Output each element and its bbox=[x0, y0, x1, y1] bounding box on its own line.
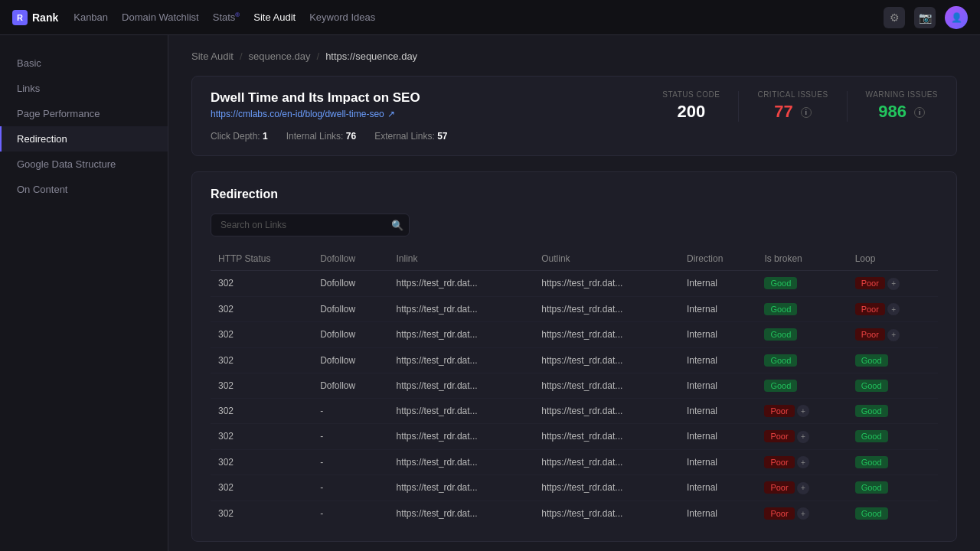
page-info: Dwell Time and Its Impact on SEO https:/… bbox=[211, 90, 420, 119]
cell-direction: Internal bbox=[679, 347, 756, 373]
is-broken-badge: Good bbox=[764, 277, 797, 289]
sidebar-item-basic[interactable]: Basic bbox=[0, 51, 168, 76]
cell-dofollow: Dofollow bbox=[312, 373, 388, 398]
cell-outlink[interactable]: https://test_rdr.dat... bbox=[534, 296, 679, 322]
loop-badge: Good bbox=[855, 430, 888, 442]
cell-is-broken: Good bbox=[756, 347, 847, 373]
topnav-site-audit[interactable]: Site Audit bbox=[253, 11, 296, 23]
cell-is-broken: Poor + bbox=[756, 475, 847, 501]
cell-loop: Good bbox=[848, 424, 938, 450]
sidebar-item-links[interactable]: Links bbox=[0, 76, 168, 101]
cell-outlink[interactable]: https://test_rdr.dat... bbox=[534, 347, 679, 373]
cell-inlink[interactable]: https://test_rdr.dat... bbox=[389, 424, 534, 450]
cell-inlink[interactable]: https://test_rdr.dat... bbox=[389, 449, 534, 475]
table-row: 302 Dofollow https://test_rdr.dat... htt… bbox=[211, 373, 938, 398]
avatar[interactable]: 👤 bbox=[945, 6, 968, 29]
critical-info-icon[interactable]: i bbox=[801, 107, 812, 118]
topnav-links: Kanban Domain Watchlist Stats® Site Audi… bbox=[74, 11, 868, 23]
cell-inlink[interactable]: https://test_rdr.dat... bbox=[389, 373, 534, 398]
search-input[interactable] bbox=[211, 214, 410, 236]
cell-outlink[interactable]: https://test_rdr.dat... bbox=[534, 475, 679, 501]
cell-status: 302 bbox=[211, 398, 312, 424]
loop-plus-icon[interactable]: + bbox=[887, 303, 900, 315]
screenshot-icon-btn[interactable]: 📷 bbox=[914, 7, 936, 28]
col-http-status: HTTP Status bbox=[211, 247, 312, 271]
cell-status: 302 bbox=[211, 322, 312, 348]
sidebar: Basic Links Page Performance Redirection… bbox=[0, 35, 168, 551]
topnav-stats[interactable]: Stats® bbox=[213, 11, 240, 23]
cell-status: 302 bbox=[211, 373, 312, 398]
sidebar-item-redirection[interactable]: Redirection bbox=[0, 126, 168, 152]
metric-status-code: STATUS CODE 200 bbox=[662, 90, 720, 122]
external-link-icon: ↗ bbox=[387, 109, 395, 119]
plus-icon[interactable]: + bbox=[797, 507, 809, 520]
cell-loop: Good bbox=[848, 347, 938, 373]
redirection-section: Redirection 🔍 HTTP Status Dofollow Inlin… bbox=[191, 171, 957, 542]
cell-direction: Internal bbox=[679, 475, 756, 501]
settings-icon-btn[interactable]: ⚙ bbox=[884, 7, 905, 28]
topnav-domain-watchlist[interactable]: Domain Watchlist bbox=[122, 11, 199, 23]
loop-plus-icon[interactable]: + bbox=[887, 278, 900, 290]
plus-icon[interactable]: + bbox=[797, 456, 809, 468]
cell-is-broken: Poor + bbox=[756, 500, 847, 526]
metric-divider-2 bbox=[847, 91, 848, 122]
topnav: R Rank Kanban Domain Watchlist Stats® Si… bbox=[0, 0, 980, 35]
cell-outlink[interactable]: https://test_rdr.dat... bbox=[534, 449, 679, 475]
breadcrumb-current: https://sequence.day bbox=[325, 51, 417, 62]
table-row: 302 Dofollow https://test_rdr.dat... htt… bbox=[211, 271, 938, 297]
external-links: External Links: 57 bbox=[374, 131, 447, 142]
is-broken-badge: Good bbox=[764, 303, 797, 315]
cell-inlink[interactable]: https://test_rdr.dat... bbox=[389, 296, 534, 322]
internal-links: Internal Links: 76 bbox=[286, 131, 356, 142]
loop-plus-icon[interactable]: + bbox=[887, 329, 900, 341]
cell-is-broken: Poor + bbox=[756, 449, 847, 475]
page-title: Dwell Time and Its Impact on SEO bbox=[211, 90, 420, 106]
warning-info-icon[interactable]: i bbox=[914, 107, 925, 118]
redirection-table: HTTP Status Dofollow Inlink Outlink Dire… bbox=[211, 247, 938, 526]
sidebar-item-google-data[interactable]: Google Data Structure bbox=[0, 152, 168, 177]
cell-inlink[interactable]: https://test_rdr.dat... bbox=[389, 475, 534, 501]
topnav-keyword-ideas[interactable]: Keyword Ideas bbox=[309, 11, 375, 23]
is-broken-badge: Good bbox=[764, 328, 797, 341]
loop-badge: Good bbox=[855, 380, 888, 392]
loop-badge: Poor bbox=[855, 303, 885, 315]
sidebar-item-page-performance[interactable]: Page Performance bbox=[0, 101, 168, 126]
search-icon[interactable]: 🔍 bbox=[391, 220, 403, 231]
col-outlink: Outlink bbox=[534, 247, 679, 271]
cell-outlink[interactable]: https://test_rdr.dat... bbox=[534, 398, 679, 424]
logo[interactable]: R Rank bbox=[12, 10, 58, 25]
cell-inlink[interactable]: https://test_rdr.dat... bbox=[389, 398, 534, 424]
plus-icon[interactable]: + bbox=[797, 431, 809, 443]
cell-loop: Good bbox=[848, 373, 938, 398]
cell-direction: Internal bbox=[679, 373, 756, 398]
cell-outlink[interactable]: https://test_rdr.dat... bbox=[534, 500, 679, 526]
sidebar-item-on-content[interactable]: On Content bbox=[0, 177, 168, 202]
cell-inlink[interactable]: https://test_rdr.dat... bbox=[389, 322, 534, 348]
main-content: Site Audit / sequence.day / https://sequ… bbox=[168, 35, 980, 551]
plus-icon[interactable]: + bbox=[797, 482, 809, 494]
cell-inlink[interactable]: https://test_rdr.dat... bbox=[389, 347, 534, 373]
is-broken-badge: Poor bbox=[764, 430, 794, 442]
table-row: 302 Dofollow https://test_rdr.dat... htt… bbox=[211, 322, 938, 348]
cell-outlink[interactable]: https://test_rdr.dat... bbox=[534, 373, 679, 398]
cell-is-broken: Poor + bbox=[756, 398, 847, 424]
metric-critical: CRITICAL ISSUES 77 i bbox=[757, 90, 828, 122]
page-stats: Click Depth: 1 Internal Links: 76 Extern… bbox=[211, 131, 938, 142]
page-url[interactable]: https://cmlabs.co/en-id/blog/dwell-time-… bbox=[211, 109, 420, 119]
cell-outlink[interactable]: https://test_rdr.dat... bbox=[534, 322, 679, 348]
table-body: 302 Dofollow https://test_rdr.dat... htt… bbox=[211, 271, 938, 527]
is-broken-badge: Poor bbox=[764, 405, 794, 417]
breadcrumb-site-audit[interactable]: Site Audit bbox=[191, 51, 234, 62]
cell-inlink[interactable]: https://test_rdr.dat... bbox=[389, 271, 534, 297]
cell-outlink[interactable]: https://test_rdr.dat... bbox=[534, 271, 679, 297]
col-dofollow: Dofollow bbox=[312, 247, 388, 271]
cell-inlink[interactable]: https://test_rdr.dat... bbox=[389, 500, 534, 526]
plus-icon[interactable]: + bbox=[797, 405, 809, 417]
topnav-kanban[interactable]: Kanban bbox=[74, 11, 108, 23]
click-depth: Click Depth: 1 bbox=[211, 131, 268, 142]
cell-outlink[interactable]: https://test_rdr.dat... bbox=[534, 424, 679, 450]
cell-loop: Good bbox=[848, 398, 938, 424]
cell-dofollow: Dofollow bbox=[312, 271, 388, 297]
breadcrumb-domain[interactable]: sequence.day bbox=[249, 51, 311, 62]
cell-is-broken: Good bbox=[756, 373, 847, 398]
